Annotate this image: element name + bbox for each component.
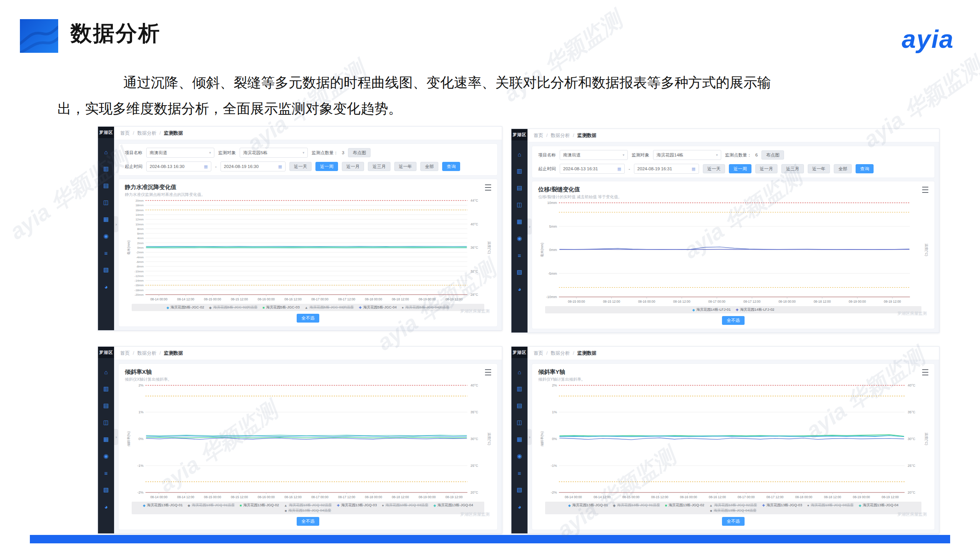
breadcrumb-item[interactable]: 数据分析 bbox=[137, 350, 156, 357]
range-button[interactable]: 近三月 bbox=[368, 162, 390, 171]
sidebar-collapse-handle[interactable]: › bbox=[114, 429, 118, 445]
legend-item[interactable]: ◆海滨花园5栋-JGC-02 bbox=[167, 305, 204, 310]
chart-menu-icon[interactable] bbox=[485, 184, 491, 191]
legend-item[interactable]: ◆海滨花园5栋-JGC-02的温度 bbox=[209, 305, 258, 310]
legend-item[interactable]: ◆海滨花园13栋-JGQ-01温度 bbox=[613, 503, 660, 508]
legend-item[interactable]: ◆海滨花园13栋-JGQ-01 bbox=[143, 503, 183, 508]
start-date-input[interactable]: 2024-08-13 16:30▦ bbox=[146, 161, 211, 171]
breadcrumb-item[interactable]: 首页 bbox=[120, 130, 130, 137]
range-button[interactable]: 近一周 bbox=[315, 162, 338, 171]
legend-item[interactable]: ●海滨花园5栋-JGC-04的温度 bbox=[402, 305, 449, 310]
legend-item[interactable]: ✚海滨花园14栋-LFJ-02 bbox=[736, 307, 774, 312]
legend-item[interactable]: ●海滨花园13栋-JGQ-03温度 bbox=[807, 503, 853, 508]
report-icon[interactable]: ▦ bbox=[511, 213, 528, 230]
layout-map-button[interactable]: 布点图 bbox=[761, 150, 784, 160]
home-icon[interactable]: ⌂ bbox=[98, 143, 114, 160]
report-icon[interactable]: ▦ bbox=[511, 431, 528, 448]
shield-icon[interactable]: ◉ bbox=[98, 448, 114, 465]
breadcrumb-item[interactable]: 首页 bbox=[534, 132, 543, 139]
range-button[interactable]: 近一月 bbox=[755, 164, 778, 173]
sidebar-collapse-handle[interactable]: › bbox=[114, 216, 118, 232]
form-icon[interactable]: ▧ bbox=[511, 264, 528, 280]
breadcrumb-item[interactable]: 首页 bbox=[120, 350, 130, 357]
range-button[interactable]: 近三月 bbox=[781, 164, 804, 173]
range-button[interactable]: 近一周 bbox=[729, 164, 751, 173]
home-icon[interactable]: ⌂ bbox=[511, 364, 528, 380]
breadcrumb-item[interactable]: 数据分析 bbox=[550, 132, 570, 139]
legend-item[interactable]: ■海滨花园13栋-JGQ-02 bbox=[240, 503, 279, 508]
range-button[interactable]: 全部 bbox=[834, 164, 852, 173]
list-icon[interactable]: ≡ bbox=[511, 465, 528, 481]
chart-menu-icon[interactable] bbox=[485, 369, 491, 375]
trend-icon[interactable]: ◫ bbox=[511, 414, 528, 431]
monitor-icon[interactable]: ▥ bbox=[511, 163, 528, 179]
select-none-button[interactable]: 全不选 bbox=[297, 314, 319, 323]
project-icon[interactable]: ▤ bbox=[511, 179, 528, 196]
shield-icon[interactable]: ◉ bbox=[511, 230, 528, 247]
legend-item[interactable]: ✚海滨花园13栋-JGQ-03 bbox=[337, 503, 377, 508]
legend-item[interactable]: ◆海滨花园14栋-LFJ-01 bbox=[692, 307, 731, 312]
monitor-icon[interactable]: ▥ bbox=[98, 160, 114, 177]
legend-item[interactable]: ■海滨花园5栋-JGC-03 bbox=[263, 305, 300, 310]
query-button[interactable]: 查询 bbox=[856, 164, 874, 173]
layout-map-button[interactable]: 布点图 bbox=[348, 148, 371, 157]
legend-item[interactable]: ▲海滨花园13栋-JGQ-02温度 bbox=[284, 503, 332, 508]
select-none-button[interactable]: 全不选 bbox=[297, 517, 319, 526]
trend-icon[interactable]: ◫ bbox=[98, 414, 114, 431]
breadcrumb-item[interactable]: 首页 bbox=[534, 350, 543, 357]
legend-item[interactable]: ✚海滨花园13栋-JGQ-03 bbox=[762, 503, 802, 508]
legend-item[interactable]: ◆海滨花园13栋-JGQ-01温度 bbox=[188, 503, 235, 508]
project-icon[interactable]: ▤ bbox=[98, 397, 114, 414]
monitor-icon[interactable]: ▥ bbox=[98, 380, 114, 397]
shield-icon[interactable]: ◉ bbox=[98, 228, 114, 245]
monitor-icon[interactable]: ▥ bbox=[511, 380, 528, 397]
target-select[interactable]: 海滨花园14栋▾ bbox=[653, 150, 721, 160]
legend-item[interactable]: ◆海滨花园13栋-JGQ-04 bbox=[433, 503, 473, 508]
report-icon[interactable]: ▦ bbox=[98, 431, 114, 448]
pie-icon[interactable]: ◕ bbox=[511, 498, 528, 515]
shield-icon[interactable]: ◉ bbox=[511, 448, 528, 465]
legend-item[interactable]: ◆海滨花园13栋-JGQ-01 bbox=[568, 503, 608, 508]
project-icon[interactable]: ▤ bbox=[98, 177, 114, 194]
legend-item[interactable]: ✚海滨花园5栋-JGC-04 bbox=[359, 305, 397, 310]
list-icon[interactable]: ≡ bbox=[98, 245, 114, 261]
form-icon[interactable]: ▧ bbox=[511, 481, 528, 498]
end-date-input[interactable]: 2024-08-19 16:31▦ bbox=[634, 164, 699, 174]
breadcrumb-item[interactable]: 数据分析 bbox=[137, 130, 156, 137]
project-select[interactable]: 南澳街道▾ bbox=[146, 148, 214, 158]
breadcrumb-item[interactable]: 数据分析 bbox=[550, 350, 570, 357]
query-button[interactable]: 查询 bbox=[442, 162, 460, 171]
start-date-input[interactable]: 2024-08-13 16:31▦ bbox=[560, 164, 625, 174]
pie-icon[interactable]: ◕ bbox=[98, 498, 114, 515]
sidebar-collapse-handle[interactable]: › bbox=[528, 218, 532, 235]
legend-item[interactable]: ■海滨花园13栋-JGQ-04温度 bbox=[710, 508, 756, 513]
range-button[interactable]: 近一年 bbox=[394, 162, 417, 171]
sidebar-collapse-handle[interactable]: › bbox=[528, 429, 532, 445]
home-icon[interactable]: ⌂ bbox=[511, 146, 528, 163]
trend-icon[interactable]: ◫ bbox=[511, 196, 528, 213]
target-select[interactable]: 海滨花园5栋▾ bbox=[240, 148, 308, 158]
range-button[interactable]: 近一年 bbox=[808, 164, 830, 173]
legend-item[interactable]: ■海滨花园13栋-JGQ-02 bbox=[665, 503, 704, 508]
legend-item[interactable]: ▲海滨花园13栋-JGQ-02温度 bbox=[709, 503, 757, 508]
select-none-button[interactable]: 全不选 bbox=[722, 316, 745, 325]
range-button[interactable]: 近一天 bbox=[289, 162, 312, 171]
legend-item[interactable]: ●海滨花园13栋-JGQ-03温度 bbox=[382, 503, 428, 508]
chart-menu-icon[interactable] bbox=[922, 187, 928, 193]
select-none-button[interactable]: 全不选 bbox=[722, 517, 745, 526]
list-icon[interactable]: ≡ bbox=[511, 247, 528, 264]
trend-icon[interactable]: ◫ bbox=[98, 194, 114, 211]
form-icon[interactable]: ▧ bbox=[98, 261, 114, 278]
legend-item[interactable]: ■海滨花园13栋-JGQ-04温度 bbox=[285, 508, 331, 513]
range-button[interactable]: 近一月 bbox=[342, 162, 364, 171]
project-select[interactable]: 南澳街道▾ bbox=[560, 150, 628, 160]
pie-icon[interactable]: ◕ bbox=[511, 280, 528, 297]
project-icon[interactable]: ▤ bbox=[511, 397, 528, 414]
range-button[interactable]: 全部 bbox=[420, 162, 438, 171]
home-icon[interactable]: ⌂ bbox=[98, 364, 114, 380]
legend-item[interactable]: ◆海滨花园13栋-JGQ-04 bbox=[859, 503, 898, 508]
legend-item[interactable]: ▲海滨花园5栋-JGC-03的温度 bbox=[305, 305, 354, 310]
form-icon[interactable]: ▧ bbox=[98, 481, 114, 498]
end-date-input[interactable]: 2024-08-19 16:30▦ bbox=[220, 161, 286, 171]
chart-menu-icon[interactable] bbox=[922, 369, 928, 375]
